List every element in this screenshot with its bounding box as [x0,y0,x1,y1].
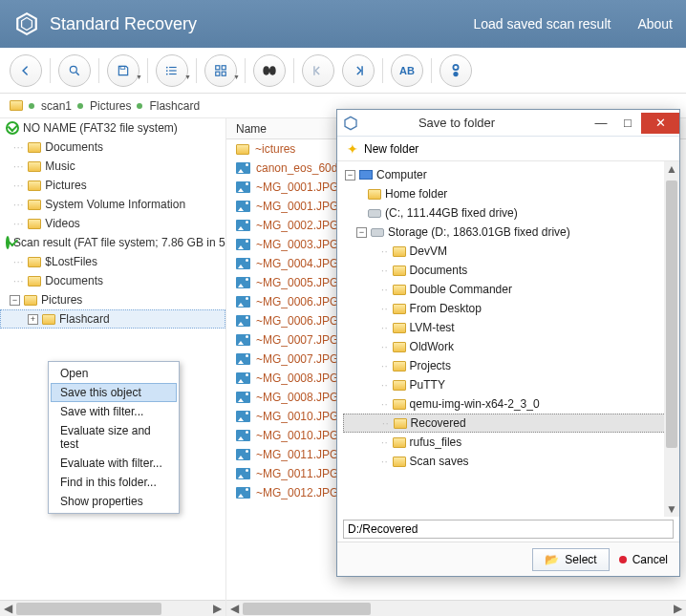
tree-item[interactable]: ··qemu-img-win-x64-2_3_0 [343,394,675,414]
svg-rect-13 [216,72,220,75]
tree-item[interactable]: ··PuTTY [343,375,675,394]
new-folder-button[interactable]: ✦ New folder [337,137,679,161]
scroll-thumb[interactable] [666,181,677,448]
tree-item[interactable]: ···Documents [0,271,225,290]
image-icon [236,353,250,365]
svg-point-20 [453,64,458,69]
back-button[interactable] [10,54,42,87]
tree-hscrollbar[interactable]: ◀ ▶ [0,600,225,616]
scroll-up-icon[interactable]: ▲ [664,161,679,177]
file-name: ~MG_0001.JPG [256,181,338,194]
folder-icon [28,257,41,267]
tree-item[interactable]: ··DevVM [343,242,675,261]
tree-item[interactable]: ··Recovered [343,414,675,433]
dialog-vscrollbar[interactable]: ▲ ▼ [664,161,679,517]
scroll-right-icon[interactable]: ▶ [670,601,686,616]
tree-item[interactable]: ··LVM-test [343,318,675,337]
prev-button[interactable] [302,54,334,87]
svg-point-8 [166,66,168,68]
context-menu: OpenSave this objectSave with filter...E… [48,361,180,514]
context-menu-item[interactable]: Show properties [51,492,177,511]
tree-item[interactable]: ···Documents [0,138,225,157]
cancel-button[interactable]: Cancel [619,553,668,566]
dialog-title: Save to folder [326,116,588,130]
tree-item[interactable]: ··Double Commander [343,280,675,299]
context-menu-item[interactable]: Save this object [51,383,177,402]
tree-item[interactable]: ···Music [0,157,225,176]
context-menu-item[interactable]: Save with filter... [51,402,177,421]
scroll-left-icon[interactable]: ◀ [226,601,243,616]
context-menu-item[interactable]: Find in this folder... [51,473,177,492]
next-button[interactable] [342,54,375,87]
minimize-button[interactable]: — [588,113,614,134]
tree-item[interactable]: −Pictures [0,290,225,309]
save-button[interactable]: ▼ [107,54,139,87]
tree-item[interactable]: ···System Volume Information [0,195,225,214]
close-button[interactable]: ✕ [641,113,679,134]
folder-icon [393,437,406,448]
tree-item[interactable]: ···Pictures [0,176,225,195]
file-name: ~MG_0006.JPG [256,295,338,308]
file-name: ~MG_0008.JPG [256,391,338,404]
maximize-button[interactable]: □ [614,113,641,134]
context-menu-item[interactable]: Evaluate with filter... [51,454,177,473]
dialog-folder-tree: −Computer Home folder (C:, 111.44GB fixe… [337,161,679,517]
breadcrumb-item[interactable]: Flashcard [137,99,200,113]
app-header: Standard Recovery Load saved scan result… [0,0,686,48]
tree-item-selected[interactable]: +Flashcard [0,309,225,329]
tree-item[interactable]: Home folder [343,184,675,203]
breadcrumb-item[interactable]: scan1 [29,99,72,113]
find-button[interactable] [253,54,286,87]
check-icon [6,121,19,135]
tree-item-drive[interactable]: −Storage (D:, 1863.01GB fixed drive) [343,223,675,242]
tags-button[interactable] [439,54,472,87]
dropdown-caret-icon: ▼ [136,74,142,80]
breadcrumb-item[interactable]: Pictures [77,99,131,113]
tree-scan-result[interactable]: Scan result (FAT file system; 7.86 GB in… [0,233,225,252]
grid-view-button[interactable]: ▼ [204,54,237,87]
collapse-icon[interactable]: − [345,170,355,181]
tree-item-drive[interactable]: (C:, 111.44GB fixed drive) [343,203,675,223]
file-name: ~MG_0006.JPG [256,314,338,328]
scroll-left-icon[interactable]: ◀ [0,601,16,616]
dialog-button-bar: 📂Select Cancel [337,542,679,576]
image-icon [236,487,250,499]
select-button[interactable]: 📂Select [532,548,609,571]
case-button[interactable]: AB [391,54,423,87]
tree-item[interactable]: ··Scan saves [343,452,675,471]
open-folder-icon: 📂 [545,553,559,566]
menu-load-result[interactable]: Load saved scan result [473,16,611,32]
folder-icon [368,189,381,200]
tree-volume[interactable]: NO NAME (FAT32 file system) [0,118,225,138]
path-input[interactable] [343,520,674,539]
svg-rect-11 [216,65,220,69]
search-button[interactable] [58,54,91,87]
computer-icon [359,170,373,180]
context-menu-item[interactable]: Open [51,364,177,383]
file-name: ~MG_0004.JPG [256,257,338,270]
collapse-icon[interactable]: − [356,227,367,238]
scroll-right-icon[interactable]: ▶ [209,601,225,616]
image-icon [236,296,250,308]
file-name: ~MG_0005.JPG [256,276,338,289]
file-name: ~MG_0012.JPG [256,486,338,499]
image-icon [236,258,250,269]
tree-item[interactable]: ··Documents [343,261,675,280]
tree-item[interactable]: ··From Desktop [343,299,675,318]
tree-item-computer[interactable]: −Computer [343,165,675,184]
tree-item[interactable]: ··Projects [343,356,675,375]
file-name: ~MG_0007.JPG [256,333,338,347]
expand-icon[interactable]: + [28,314,38,325]
context-menu-item[interactable]: Evaluate size and test [51,421,177,454]
tree-item[interactable]: ··OldWork [343,337,675,356]
menu-about[interactable]: About [637,16,673,32]
scroll-down-icon[interactable]: ▼ [664,501,679,517]
dialog-titlebar[interactable]: Save to folder — □ ✕ [337,110,679,137]
tree-item[interactable]: ··rufus_files [343,433,675,452]
folder-icon [42,314,55,325]
list-view-button[interactable]: ▼ [156,54,188,87]
list-hscrollbar[interactable]: ◀ ▶ [226,600,686,616]
collapse-icon[interactable]: − [10,295,20,306]
tree-item[interactable]: ···Videos [0,214,225,233]
tree-item[interactable]: ···$LostFiles [0,252,225,271]
